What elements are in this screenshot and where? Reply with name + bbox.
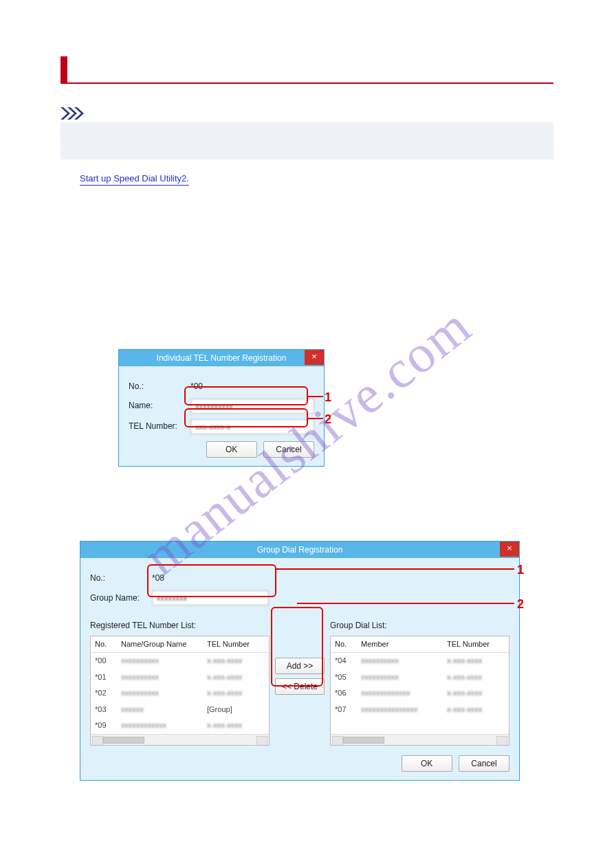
group-no-label: No.: [90,572,152,585]
cancel-button[interactable]: Cancel [459,755,509,772]
list-item[interactable]: *07xxxxxxxxxxxxxxxx-xxx-xxxx [331,702,509,718]
step4-after: The Individual or Group Selection dialog… [80,283,553,298]
note-body: Before registering fax/telephone numbers… [61,122,553,159]
callout-num-1: 1 [325,388,331,408]
note-block: Note Before registering fax/telephone nu… [61,107,553,159]
list-item[interactable]: *04xxxxxxxxxxx-xxx-xxxx [331,653,509,669]
group-no-value: *08 [152,572,164,585]
cancel-button[interactable]: Cancel [263,441,314,458]
list-item[interactable]: *02xxxxxxxxxxx-xxx-xxxx [91,685,269,702]
group-dialog-title: Group Dial Registration × [80,542,519,558]
col-no: No. [335,638,361,651]
step3: Click TEL Number Registration from Setti… [80,221,294,232]
indiv-sub2: Enter the fax/telephone number. [89,499,217,509]
name-input[interactable]: xxxxxxxxxx [190,399,314,414]
individual-dialog-title-text: Individual TEL Number Registration [157,353,287,363]
registered-list[interactable]: No. Name/Group Name TEL Number *00xxxxxx… [90,636,270,746]
group-dialog-title-text: Group Dial Registration [257,545,343,555]
individual-dialog-title: Individual TEL Number Registration × [119,350,324,366]
note-text: Before registering fax/telephone numbers… [84,131,542,151]
col-member: Member [361,638,447,651]
list-item[interactable]: *00xxxxxxxxxxx-xxx-xxxx [91,653,269,669]
page-number: 856 [584,799,597,808]
individual-dialog: Individual TEL Number Registration × No.… [118,349,325,467]
no-value: *00 [190,380,203,393]
ok-button[interactable]: OK [206,441,257,458]
list-item[interactable]: *09xxxxxxxxxxxxx-xxx-xxxx [91,717,269,734]
ok-button[interactable]: OK [402,755,452,772]
col-tel: TEL Number [207,638,265,651]
list-item[interactable]: *01xxxxxxxxxxx-xxx-xxxx [91,669,269,686]
callout-num-g1: 1 [517,560,524,580]
step3-after: The list of registered fax/telephone num… [80,239,553,254]
note-label: Note [98,108,119,119]
note-arrows-icon [61,107,91,120]
delete-button[interactable]: << Delete [275,678,325,695]
groupname-input[interactable]: xxxxxxxx [152,590,269,605]
callout-num-g2: 2 [517,594,524,614]
left-list-label: Registered TEL Number List: [90,619,270,632]
group-dialog: Group Dial Registration × No.: *08 Group… [80,541,520,780]
tel-label: TEL Number: [129,420,190,433]
col-namegroup: Name/Group Name [121,638,207,651]
indiv-sub1: Enter the name. [89,484,153,494]
step5: Click Register individual TEL number or … [80,309,404,319]
close-icon[interactable]: × [305,350,324,365]
right-list-label: Group Dial List: [330,619,509,632]
steps-list: Start up Speed Dial Utility2. Select a p… [61,172,553,781]
list-item[interactable]: *05xxxxxxxxxxx-xxx-xxxx [331,669,509,686]
svg-marker-0 [61,107,70,120]
step4: Select an unoccupied code from list, and… [80,265,308,275]
tel-input[interactable]: xxx-xxxx-x [190,419,314,434]
callout-num-2: 2 [325,410,331,430]
list-item[interactable]: *06xxxxxxxxxxxxxx-xxx-xxxx [331,685,509,702]
bullet-group: If Register group dial is selected: [85,524,215,534]
page-title-bar: Registering a Fax/telephone Number Using… [61,56,553,84]
name-label: Name: [129,399,190,412]
no-label: No.: [129,380,190,393]
list-item[interactable]: *03xxxxxx[Group] [91,702,269,718]
groupname-label: Group Name: [90,592,152,605]
page-title: Registering a Fax/telephone Number Using… [78,59,496,77]
step2: Select a printer from Printer Name: list… [61,196,553,210]
scrollbar-x[interactable] [91,734,269,744]
col-tel: TEL Number [447,638,505,651]
close-icon[interactable]: × [500,542,519,557]
step1-link[interactable]: Start up Speed Dial Utility2. [80,173,189,186]
col-no: No. [95,638,121,651]
bullet-individual: If Register individual TEL number is sel… [85,332,264,342]
scrollbar-x[interactable] [331,734,509,745]
group-dial-list[interactable]: No. Member TEL Number *04xxxxxxxxxxx-xxx… [330,636,509,746]
add-button[interactable]: Add >> [275,658,325,674]
